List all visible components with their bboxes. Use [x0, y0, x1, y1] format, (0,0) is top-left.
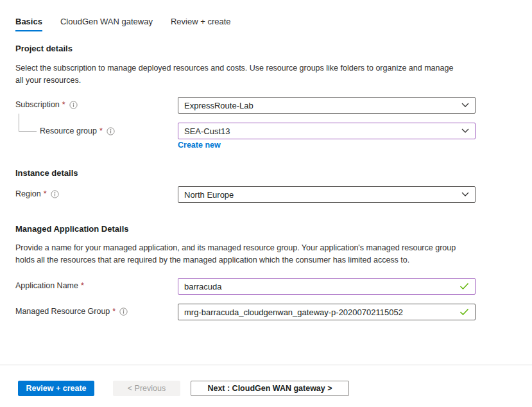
info-icon[interactable]: [119, 307, 128, 316]
required-asterisk: *: [81, 281, 84, 290]
managed-resource-group-field: [178, 304, 476, 320]
managed-resource-group-label: Managed Resource Group *: [15, 307, 128, 316]
region-value: North Europe: [184, 190, 461, 200]
tab-cloudgen-wan-gateway[interactable]: CloudGen WAN gateway: [60, 17, 153, 31]
subscription-label-text: Subscription: [15, 100, 60, 109]
next-cloudgen-wan-gateway-button[interactable]: Next : CloudGen WAN gateway >: [191, 381, 349, 396]
previous-button[interactable]: < Previous: [113, 381, 180, 396]
parent-child-connector-line: [19, 114, 37, 132]
instance-details-heading: Instance details: [15, 168, 78, 178]
create-managed-application-form: Basics CloudGen WAN gateway Review + cre…: [0, 0, 532, 407]
application-name-field: [178, 278, 476, 295]
subscription-value: ExpressRoute-Lab: [184, 101, 461, 110]
chevron-down-icon: [461, 128, 469, 134]
resource-group-dropdown[interactable]: SEA-Cust13: [178, 123, 476, 139]
create-new-link[interactable]: Create new: [178, 141, 221, 150]
managed-application-details-description: Provide a name for your managed applicat…: [15, 242, 475, 266]
check-icon: [459, 308, 469, 316]
review-create-button[interactable]: Review + create: [18, 381, 94, 396]
tab-bar: Basics CloudGen WAN gateway Review + cre…: [15, 17, 231, 31]
check-icon: [459, 282, 469, 290]
region-label-text: Region: [15, 189, 41, 198]
chevron-down-icon: [461, 103, 469, 108]
resource-group-label: Resource group *: [40, 126, 115, 135]
required-asterisk: *: [44, 189, 47, 198]
info-icon[interactable]: [51, 190, 59, 198]
managed-application-details-heading: Managed Application Details: [15, 224, 129, 234]
chevron-down-icon: [461, 192, 469, 197]
required-asterisk: *: [112, 307, 116, 316]
tab-basics[interactable]: Basics: [15, 17, 42, 31]
tab-review-create[interactable]: Review + create: [171, 17, 231, 31]
subscription-dropdown[interactable]: ExpressRoute-Lab: [178, 97, 476, 114]
info-icon[interactable]: [107, 127, 115, 135]
application-name-label-text: Application Name: [15, 281, 78, 290]
required-asterisk: *: [99, 126, 103, 135]
resource-group-value: SEA-Cust13: [184, 126, 461, 136]
info-icon[interactable]: [69, 101, 78, 109]
project-details-heading: Project details: [15, 44, 73, 53]
required-asterisk: *: [62, 100, 65, 109]
application-name-input[interactable]: [184, 282, 459, 291]
managed-resource-group-input[interactable]: [184, 307, 459, 317]
managed-resource-group-label-text: Managed Resource Group: [15, 307, 110, 316]
region-label: Region *: [15, 189, 59, 198]
footer-divider: [0, 365, 532, 365]
application-name-label: Application Name *: [15, 281, 84, 290]
subscription-label: Subscription *: [15, 100, 78, 109]
resource-group-label-text: Resource group: [40, 126, 97, 135]
region-dropdown[interactable]: North Europe: [178, 186, 476, 203]
project-details-description: Select the subscription to manage deploy…: [15, 62, 459, 87]
